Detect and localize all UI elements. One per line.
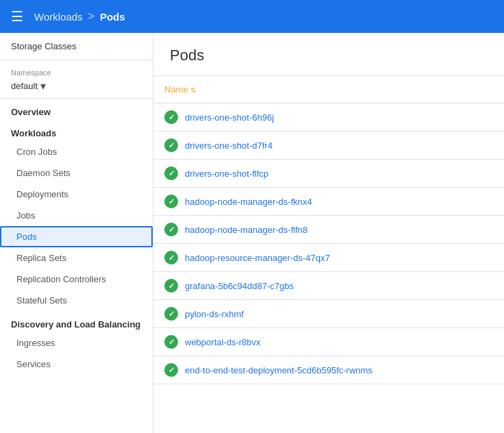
sidebar-item-replica-sets[interactable]: Replica Sets: [0, 247, 153, 269]
pod-row: hadoop-resource-manager-ds-47qx7: [164, 251, 493, 264]
pods-table: Name ⇅ drivers-one-shot-6h96jdrivers-one…: [153, 76, 504, 384]
sidebar-item-stateful-sets[interactable]: Stateful Sets: [0, 290, 153, 311]
pod-row: end-to-end-test-deployment-5cd6b595fc-rw…: [164, 363, 493, 377]
sidebar-item-daemon-sets[interactable]: Daemon Sets: [0, 162, 153, 184]
pod-row: drivers-one-shot-d7fr4: [164, 138, 493, 152]
overview-header: Overview: [0, 99, 153, 120]
sidebar-item-cron-jobs[interactable]: Cron Jobs: [0, 141, 153, 162]
table-row: drivers-one-shot-d7fr4: [153, 132, 504, 160]
main-content: Pods Name ⇅ drivers-one-shot-6h96jdriver…: [153, 33, 504, 433]
pod-row: drivers-one-shot-6h96j: [164, 110, 493, 124]
breadcrumb-separator: >: [88, 10, 94, 23]
pod-name-link[interactable]: end-to-end-test-deployment-5cd6b595fc-rw…: [185, 365, 373, 375]
sidebar: Storage Classes Namespace default ▾ Over…: [0, 33, 153, 433]
pod-name-link[interactable]: hadoop-node-manager-ds-flfn8: [185, 225, 307, 235]
layout: Storage Classes Namespace default ▾ Over…: [0, 33, 504, 433]
pod-row: grafana-5b6c94dd87-c7gbs: [164, 279, 493, 293]
sort-icon: ⇅: [190, 86, 196, 94]
breadcrumb-workloads[interactable]: Workloads: [34, 11, 83, 23]
status-running-icon: [164, 307, 178, 321]
pod-row: hadoop-node-manager-ds-flfn8: [164, 223, 493, 236]
table-row: grafana-5b6c94dd87-c7gbs: [153, 272, 504, 300]
sidebar-item-deployments[interactable]: Deployments: [0, 184, 153, 205]
status-running-icon: [164, 335, 178, 349]
pod-row: webportal-ds-r8bvx: [164, 335, 493, 349]
breadcrumb-current: Pods: [100, 11, 125, 23]
pod-name-link[interactable]: hadoop-node-manager-ds-fknx4: [185, 197, 312, 207]
namespace-label: Namespace: [11, 69, 142, 77]
status-running-icon: [164, 166, 178, 180]
namespace-section: Namespace default ▾: [0, 60, 153, 99]
status-running-icon: [164, 110, 178, 124]
status-running-icon: [164, 251, 178, 264]
table-row: hadoop-node-manager-ds-flfn8: [153, 216, 504, 244]
table-row: drivers-one-shot-6h96j: [153, 103, 504, 132]
pod-row: hadoop-node-manager-ds-fknx4: [164, 195, 493, 208]
table-row: hadoop-resource-manager-ds-47qx7: [153, 244, 504, 272]
sidebar-item-replication-controllers[interactable]: Replication Controllers: [0, 269, 153, 290]
sidebar-item-storage-classes[interactable]: Storage Classes: [0, 33, 153, 60]
status-running-icon: [164, 138, 178, 152]
pod-name-link[interactable]: grafana-5b6c94dd87-c7gbs: [185, 281, 294, 291]
status-running-icon: [164, 223, 178, 236]
workloads-header: Workloads: [0, 120, 153, 141]
status-running-icon: [164, 363, 178, 377]
sidebar-item-services[interactable]: Services: [0, 354, 153, 375]
sidebar-item-jobs[interactable]: Jobs: [0, 205, 153, 226]
column-name-header[interactable]: Name ⇅: [153, 76, 504, 103]
sidebar-item-ingresses[interactable]: Ingresses: [0, 332, 153, 354]
status-running-icon: [164, 279, 178, 293]
table-row: drivers-one-shot-flfcp: [153, 160, 504, 188]
pod-row: drivers-one-shot-flfcp: [164, 166, 493, 180]
table-row: webportal-ds-r8bvx: [153, 328, 504, 356]
topbar: ☰ Workloads > Pods: [0, 0, 504, 33]
table-row: end-to-end-test-deployment-5cd6b595fc-rw…: [153, 356, 504, 384]
menu-icon[interactable]: ☰: [11, 8, 23, 25]
status-running-icon: [164, 195, 178, 208]
sidebar-item-pods[interactable]: Pods: [0, 226, 153, 247]
namespace-dropdown-icon: ▾: [40, 79, 46, 92]
pod-name-link[interactable]: webportal-ds-r8bvx: [185, 337, 261, 347]
pod-name-link[interactable]: hadoop-resource-manager-ds-47qx7: [185, 253, 330, 263]
namespace-selector[interactable]: default ▾: [11, 79, 142, 92]
pod-row: pylon-ds-rxhmf: [164, 307, 493, 321]
table-row: hadoop-node-manager-ds-fknx4: [153, 188, 504, 216]
pod-name-link[interactable]: pylon-ds-rxhmf: [185, 309, 244, 319]
pod-name-link[interactable]: drivers-one-shot-6h96j: [185, 112, 274, 123]
pod-name-link[interactable]: drivers-one-shot-d7fr4: [185, 140, 273, 151]
page-title: Pods: [153, 33, 504, 76]
pod-name-link[interactable]: drivers-one-shot-flfcp: [185, 169, 268, 179]
table-row: pylon-ds-rxhmf: [153, 300, 504, 328]
namespace-value: default: [11, 81, 38, 91]
discovery-header: Discovery and Load Balancing: [0, 311, 153, 332]
breadcrumb: Workloads > Pods: [34, 10, 125, 23]
